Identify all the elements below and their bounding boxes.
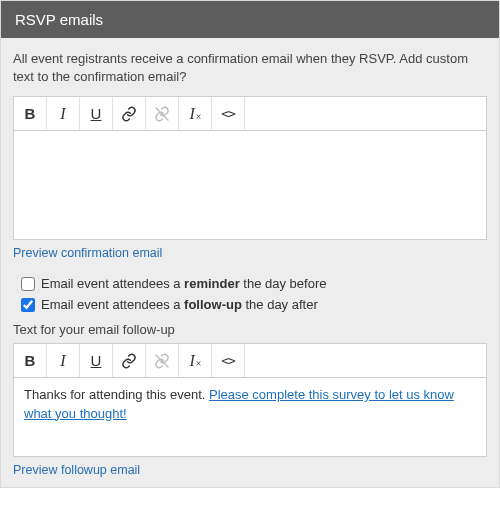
reminder-label: Email event attendees a reminder the day… (41, 276, 326, 291)
confirmation-textarea[interactable] (14, 131, 486, 239)
panel-title: RSVP emails (15, 11, 103, 28)
unlink-icon (154, 353, 170, 369)
clear-format-button[interactable]: I× (179, 344, 212, 377)
reminder-row[interactable]: Email event attendees a reminder the day… (21, 276, 487, 291)
panel-header: RSVP emails (1, 1, 499, 38)
followup-text: Thanks for attending this event. (24, 387, 209, 402)
followup-label-text: Email event attendees a follow-up the da… (41, 297, 318, 312)
bold-button[interactable]: B (14, 344, 47, 377)
confirmation-toolbar: B I U I× <> (14, 97, 486, 131)
followup-row[interactable]: Email event attendees a follow-up the da… (21, 297, 487, 312)
source-button[interactable]: <> (212, 344, 245, 377)
underline-button[interactable]: U (80, 97, 113, 130)
confirmation-editor: B I U I× <> (13, 96, 487, 240)
link-button[interactable] (113, 97, 146, 130)
followup-checkbox[interactable] (21, 298, 35, 312)
italic-button[interactable]: I (47, 97, 80, 130)
preview-followup-link[interactable]: Preview followup email (13, 463, 140, 477)
rsvp-emails-panel: RSVP emails All event registrants receiv… (0, 0, 500, 488)
panel-body: All event registrants receive a confirma… (1, 38, 499, 487)
underline-button[interactable]: U (80, 344, 113, 377)
followup-textarea[interactable]: Thanks for attending this event. Please … (14, 378, 486, 456)
link-button[interactable] (113, 344, 146, 377)
source-button[interactable]: <> (212, 97, 245, 130)
link-icon (121, 353, 137, 369)
followup-toolbar: B I U I× <> (14, 344, 486, 378)
preview-confirmation-link[interactable]: Preview confirmation email (13, 246, 162, 260)
intro-text: All event registrants receive a confirma… (13, 50, 487, 86)
italic-button[interactable]: I (47, 344, 80, 377)
bold-button[interactable]: B (14, 97, 47, 130)
link-icon (121, 106, 137, 122)
followup-editor: B I U I× <> (13, 343, 487, 457)
unlink-button[interactable] (146, 344, 179, 377)
followup-editor-label: Text for your email follow-up (13, 322, 487, 337)
reminder-checkbox[interactable] (21, 277, 35, 291)
unlink-icon (154, 106, 170, 122)
unlink-button[interactable] (146, 97, 179, 130)
clear-format-button[interactable]: I× (179, 97, 212, 130)
